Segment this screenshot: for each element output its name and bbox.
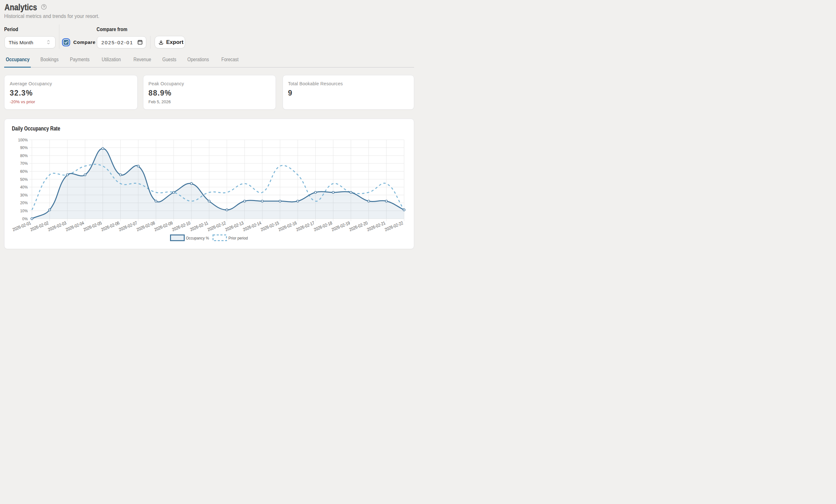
svg-text:2026-02-21: 2026-02-21 (366, 220, 386, 232)
svg-text:2026-02-11: 2026-02-11 (189, 220, 209, 232)
svg-text:2026-02-02: 2026-02-02 (29, 220, 49, 232)
svg-text:2026-02-10: 2026-02-10 (171, 220, 191, 232)
svg-text:2026-02-13: 2026-02-13 (224, 220, 244, 232)
svg-text:2026-02-05: 2026-02-05 (82, 220, 102, 232)
svg-text:2026-02-07: 2026-02-07 (118, 220, 138, 232)
svg-text:2026-02-09: 2026-02-09 (153, 220, 173, 232)
svg-text:2026-02-04: 2026-02-04 (65, 220, 85, 232)
svg-text:80%: 80% (20, 153, 27, 158)
svg-text:2026-02-08: 2026-02-08 (136, 220, 156, 232)
svg-text:40%: 40% (20, 185, 27, 190)
svg-text:2026-02-17: 2026-02-17 (295, 220, 315, 232)
svg-text:2026-02-19: 2026-02-19 (330, 220, 350, 232)
svg-text:100%: 100% (18, 137, 27, 142)
svg-text:70%: 70% (20, 161, 27, 166)
svg-text:Prior period: Prior period (228, 236, 248, 240)
svg-text:30%: 30% (20, 192, 27, 197)
svg-text:2026-02-16: 2026-02-16 (278, 220, 297, 232)
svg-text:2026-02-20: 2026-02-20 (348, 220, 368, 232)
svg-text:2026-02-18: 2026-02-18 (313, 220, 332, 232)
svg-text:2026-02-12: 2026-02-12 (207, 220, 227, 232)
svg-text:90%: 90% (20, 145, 27, 150)
svg-text:2026-02-22: 2026-02-22 (384, 220, 403, 232)
svg-text:50%: 50% (20, 177, 27, 182)
svg-text:2026-02-15: 2026-02-15 (260, 220, 280, 232)
svg-text:2026-02-03: 2026-02-03 (47, 220, 67, 232)
svg-text:2026-02-01: 2026-02-01 (12, 220, 32, 232)
svg-text:0%: 0% (22, 216, 27, 221)
svg-text:Occupancy %: Occupancy % (186, 236, 209, 240)
svg-text:2026-02-06: 2026-02-06 (100, 220, 120, 232)
svg-text:10%: 10% (20, 208, 27, 213)
svg-text:20%: 20% (20, 200, 27, 206)
svg-text:60%: 60% (20, 169, 27, 174)
svg-text:2026-02-14: 2026-02-14 (242, 220, 262, 232)
